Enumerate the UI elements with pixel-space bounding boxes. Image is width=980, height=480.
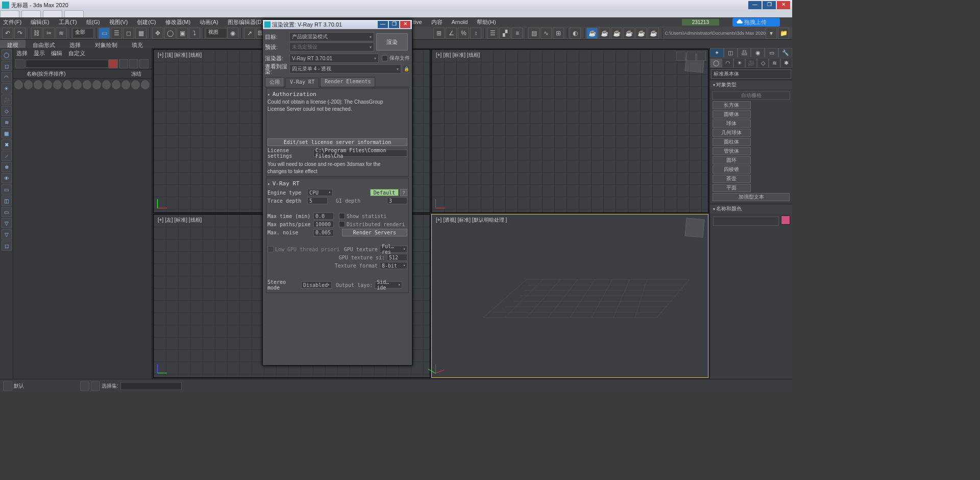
window-close[interactable]: ✕ <box>777 1 790 9</box>
create-lights-icon[interactable]: ☀ <box>733 58 745 68</box>
menu-animation[interactable]: 动画(A) <box>200 18 218 26</box>
scale-button[interactable]: ▣ <box>177 28 188 39</box>
gi-depth-spinner[interactable]: 3 <box>387 197 407 204</box>
redo-button[interactable]: ↷ <box>14 28 26 39</box>
viewport-label[interactable]: [+] [左] [标准] [线框] <box>158 217 202 224</box>
select-object-button[interactable]: ▭ <box>99 28 110 39</box>
mtb-icon[interactable] <box>72 80 81 89</box>
material-editor-button[interactable]: ◐ <box>570 28 581 39</box>
rollout-authorization[interactable]: Authorization <box>267 90 407 99</box>
create-systems-icon[interactable]: ✱ <box>780 58 792 68</box>
rollout-name-color[interactable]: 名称和颜色 <box>710 204 792 213</box>
max-noise-spinner[interactable]: 0.005 <box>313 229 334 236</box>
help-button[interactable]: ? <box>400 189 407 196</box>
scene-lock-button[interactable] <box>119 59 128 68</box>
renderer-select[interactable]: V-Ray RT 3.70.01 <box>289 54 379 63</box>
cmd-tab-display-icon[interactable]: ▭ <box>765 48 778 58</box>
object-name-input[interactable] <box>713 217 779 226</box>
window-minimize[interactable]: — <box>748 1 762 9</box>
signed-in-user[interactable]: 231213 <box>682 19 719 26</box>
menu-create[interactable]: 创建(C) <box>137 18 156 26</box>
filter-lights-icon[interactable]: ☀ <box>2 83 12 93</box>
dialog-maximize[interactable]: ❐ <box>389 21 399 28</box>
engine-type-select[interactable]: CPU <box>307 189 333 196</box>
tab-common[interactable]: 公用 <box>265 77 284 87</box>
unlink-button[interactable]: ✂ <box>43 28 55 39</box>
scene-menu-display[interactable]: 显示 <box>34 50 45 57</box>
menu-group[interactable]: 组(G) <box>86 18 100 26</box>
viewport-label[interactable]: [+] [前] [标准] [线框] <box>436 52 480 59</box>
select-by-name-button[interactable]: ☰ <box>111 28 122 39</box>
viewport-perspective[interactable]: [+] [透视] [标准] [默认明暗处理 ] <box>431 214 708 378</box>
object-color-swatch[interactable] <box>781 215 790 225</box>
cmd-tab-create-icon[interactable]: ✦ <box>710 48 724 58</box>
menu-tools[interactable]: 工具(T) <box>59 18 77 26</box>
rect-select-region-button[interactable]: ◻ <box>123 28 134 39</box>
filter-misc2-icon[interactable]: ▭ <box>2 207 12 217</box>
scene-menu-edit[interactable]: 编辑 <box>51 50 62 57</box>
render-servers-button[interactable]: Render Servers <box>342 229 407 236</box>
scene-pick-button[interactable] <box>129 59 138 68</box>
cmd-tab-motion-icon[interactable]: ◉ <box>751 48 765 58</box>
menu-edit[interactable]: 编辑(E) <box>31 18 50 26</box>
column-frozen[interactable]: 冻结 <box>121 70 152 78</box>
snap-toggle[interactable]: ⊞ <box>433 28 445 39</box>
mtb-icon[interactable] <box>43 80 52 89</box>
show-stats-checkbox[interactable] <box>339 213 345 219</box>
gpu-texture-size-spinner[interactable]: 512 <box>387 254 407 261</box>
schematic-view-button[interactable]: ⊞ <box>553 28 564 39</box>
filter-all-icon[interactable]: ◯ <box>2 50 12 60</box>
menu-content[interactable]: 内容 <box>431 18 443 26</box>
filter-funnel-icon[interactable]: ▽ <box>2 218 12 228</box>
render-cloud-button[interactable]: ☕ <box>648 28 659 39</box>
max-time-spinner[interactable]: 0.0 <box>313 212 334 220</box>
set-project-folder-button[interactable]: 📁 <box>778 28 789 39</box>
filter-frozen-icon[interactable]: 👁 <box>2 173 12 183</box>
safe-frame-button[interactable] <box>687 52 696 61</box>
scene-search-input[interactable] <box>26 60 109 68</box>
filter-geometry-icon[interactable]: ◻ <box>2 61 12 71</box>
create-cameras-icon[interactable]: 🎥 <box>745 58 757 68</box>
autogrid-checkbox[interactable]: 自动栅格 <box>712 91 790 100</box>
render-production-button[interactable]: ☕ <box>611 28 622 39</box>
prim-box-button[interactable]: 长方体 <box>713 101 751 109</box>
workspace-tab[interactable] <box>0 10 19 17</box>
viewport-label[interactable]: [+] [顶] [标准] [线框] <box>158 52 202 59</box>
menu-arnold[interactable]: Arnold <box>452 19 468 25</box>
prim-plane-button[interactable]: 平面 <box>713 184 751 192</box>
output-layout-select[interactable]: Sid…ide <box>375 281 402 289</box>
filter-bones-icon[interactable]: ⟋ <box>2 151 12 161</box>
selection-set-button[interactable] <box>91 381 100 391</box>
view-settings-button[interactable] <box>697 52 706 61</box>
scene-search-button[interactable] <box>15 59 24 68</box>
angle-snap-toggle[interactable]: ∠ <box>446 28 457 39</box>
use-center-button[interactable]: ◉ <box>227 28 238 39</box>
named-selection-button[interactable]: ☰ <box>487 28 498 39</box>
render-iterative-button[interactable]: ☕ <box>623 28 634 39</box>
prim-textplus-button[interactable]: 加强型文本 <box>713 193 790 201</box>
viewto-lock-button[interactable]: 🔒 <box>403 65 410 73</box>
prim-torus-button[interactable]: 圆环 <box>713 156 751 164</box>
render-button[interactable]: 渲染 <box>376 33 408 51</box>
mtb-icon[interactable] <box>131 80 140 89</box>
place-button[interactable]: ⤵ <box>189 28 200 39</box>
prim-geosphere-button[interactable]: 几何球体 <box>713 129 751 137</box>
mtb-icon[interactable] <box>24 80 33 89</box>
create-geometry-icon[interactable]: ◯ <box>710 58 722 68</box>
texture-format-select[interactable]: 8-bit <box>380 262 407 269</box>
mtb-icon[interactable] <box>34 80 42 89</box>
render-setup-button[interactable]: ☕ <box>586 28 598 39</box>
target-select[interactable]: 产品级渲染模式 <box>289 32 374 41</box>
window-crossing-button[interactable]: ▦ <box>135 28 146 39</box>
selection-set-input[interactable] <box>120 382 182 390</box>
rollout-vray-rt[interactable]: V-Ray RT <box>267 179 407 188</box>
viewport-front[interactable]: [+] [前] [标准] [线框] <box>431 49 708 213</box>
scene-menu-select[interactable]: 选择 <box>16 50 28 57</box>
license-settings-path[interactable]: C:\Program Files\Common Files\Cha <box>313 150 407 157</box>
filter-spacewarps-icon[interactable]: ≋ <box>2 117 12 127</box>
prim-cone-button[interactable]: 圆锥体 <box>713 110 751 118</box>
curve-editor-button[interactable]: ∿ <box>541 28 552 39</box>
primitive-category-select[interactable]: 标准基本体 <box>711 69 791 79</box>
dialog-close[interactable]: ✕ <box>400 21 410 28</box>
cmd-tab-hierarchy-icon[interactable]: 品 <box>738 48 751 58</box>
